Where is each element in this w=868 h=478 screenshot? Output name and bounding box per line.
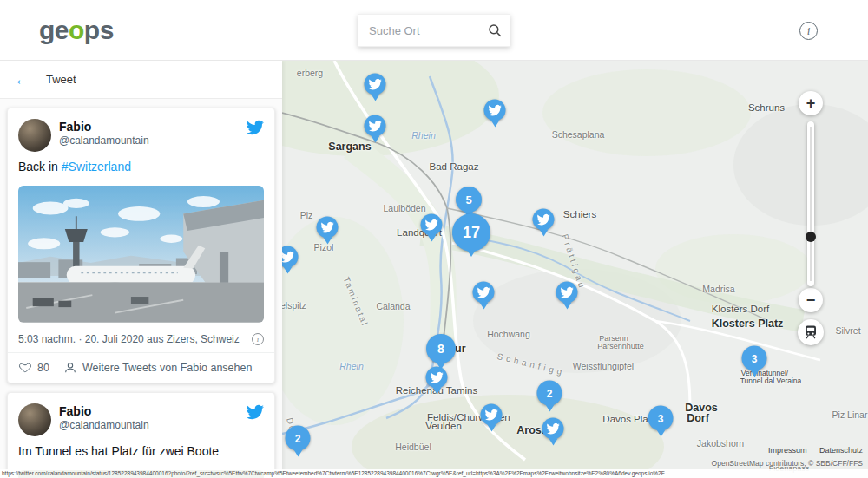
copyright-text: OpenStreetMap contributors, © SBB/CFF/FF… [712, 459, 863, 468]
datenschutz-link[interactable]: Datenschutz [819, 446, 863, 455]
app-header: geops i [0, 0, 868, 61]
tweet-cluster-marker[interactable]: 2 [537, 381, 562, 406]
tweet-card[interactable]: Fabio @calandamountain Im Tunnel es hat … [7, 392, 275, 478]
tweet-author-handle: @calandamountain [59, 134, 239, 147]
tweet-timestamp: 5:03 nachm. · 20. Juli 2020 aus Zizers, … [18, 333, 240, 345]
logo-part: ge [39, 16, 69, 44]
tweet-marker[interactable] [473, 282, 495, 304]
zoom-slider-handle[interactable] [806, 232, 816, 242]
tweet-author-name: Fabio [59, 404, 239, 418]
avatar[interactable] [18, 119, 51, 152]
logo-part: o [69, 16, 84, 44]
tweet-cluster-marker[interactable]: 2 [286, 426, 311, 451]
airport-photo-illustration [18, 186, 264, 323]
heart-icon [18, 361, 32, 375]
tweet-author-handle: @calandamountain [59, 419, 239, 431]
twitter-bird-icon [477, 285, 490, 299]
search-box[interactable] [358, 14, 510, 47]
tweet-text: Back in #Switzerland [8, 157, 274, 184]
twitter-bird-icon [424, 218, 438, 232]
tweet-marker[interactable] [421, 214, 443, 236]
like-count: 80 [37, 362, 49, 374]
tweet-text: Im Tunnel es hat Platz für zwei Boote [8, 442, 274, 468]
twitter-bird-icon [536, 213, 550, 226]
map[interactable]: erbergSchrunsSchesaplanaSargansRheinBad … [282, 61, 868, 478]
tweet-author[interactable]: Fabio @calandamountain [59, 403, 239, 431]
person-icon [63, 361, 77, 375]
tweet-card[interactable]: Fabio @calandamountain Back in #Switzerl… [7, 108, 275, 383]
hashtag-link[interactable]: #Switzerland [62, 160, 131, 174]
twitter-bird-icon [484, 408, 498, 422]
map-markers: 51782332 [282, 61, 868, 478]
twitter-bird-icon [368, 77, 382, 91]
tweet-header: Fabio @calandamountain [8, 108, 274, 157]
tweet-header: Fabio @calandamountain [8, 393, 274, 442]
tweet-marker[interactable] [484, 100, 506, 121]
info-button[interactable]: i [799, 22, 818, 40]
twitter-bird-icon [560, 285, 574, 299]
tweet-author-name: Fabio [59, 120, 239, 134]
tweet-marker[interactable] [282, 246, 299, 268]
more-tweets-link[interactable]: Weitere Tweets von Fabio ansehen [63, 361, 253, 375]
tweet-actions: 80 Weitere Tweets von Fabio ansehen [8, 352, 274, 383]
tweet-cluster-marker[interactable]: 3 [648, 406, 674, 431]
zoom-out-button[interactable]: − [799, 288, 823, 312]
tweet-timestamp-row: 5:03 nachm. · 20. Juli 2020 aus Zizers, … [8, 328, 274, 352]
tweet-marker[interactable] [365, 115, 386, 137]
twitter-bird-icon [488, 103, 502, 117]
tweet-marker[interactable] [365, 74, 386, 95]
zoom-in-button[interactable]: + [799, 91, 823, 115]
back-arrow-icon[interactable]: ← [14, 71, 30, 88]
panel-title: Tweet [46, 73, 76, 86]
tweet-photo[interactable] [18, 186, 264, 323]
link-preview-statusbar: https://twitter.com/calandamountain/stat… [0, 469, 868, 478]
tweet-info-icon[interactable]: i [252, 333, 264, 345]
search-input[interactable] [369, 24, 487, 37]
tweet-cluster-marker[interactable]: 8 [426, 334, 456, 363]
tweet-cluster-marker[interactable]: 5 [456, 187, 482, 213]
logo-part: ps [84, 16, 114, 44]
tweet-marker[interactable] [556, 282, 578, 304]
legal-links: Impressum Datenschutz [712, 441, 863, 456]
tweet-sidebar: ← Tweet Fabio @calandamountain Back in #… [0, 61, 282, 478]
train-icon [803, 324, 819, 340]
tweet-marker[interactable] [481, 404, 503, 426]
panel-header: ← Tweet [0, 61, 282, 99]
like-button[interactable]: 80 [18, 361, 49, 375]
tweet-text-span: Back in [18, 160, 62, 174]
tweet-author[interactable]: Fabio @calandamountain [59, 119, 239, 147]
tweet-marker[interactable] [533, 209, 555, 231]
impressum-link[interactable]: Impressum [768, 446, 807, 455]
geops-logo[interactable]: geops [39, 16, 114, 45]
tweet-cluster-marker[interactable]: 3 [742, 346, 767, 371]
map-attribution: Impressum Datenschutz OpenStreetMap cont… [712, 441, 863, 468]
tweet-marker[interactable] [542, 418, 564, 440]
zoom-controls: + − [798, 91, 824, 345]
zoom-slider[interactable] [807, 121, 814, 286]
tweet-cluster-marker[interactable]: 17 [452, 213, 490, 252]
twitter-bird-icon [368, 119, 382, 133]
twitter-bird-icon [320, 220, 334, 234]
twitter-bird-icon [546, 422, 560, 435]
search-icon[interactable] [487, 23, 503, 38]
train-layer-button[interactable] [798, 319, 824, 345]
twitter-bird-icon[interactable] [247, 403, 264, 421]
more-tweets-label: Weitere Tweets von Fabio ansehen [82, 362, 253, 374]
tweet-marker[interactable] [317, 217, 339, 239]
avatar[interactable] [18, 403, 51, 436]
twitter-bird-icon [282, 250, 294, 264]
twitter-bird-icon[interactable] [247, 119, 264, 136]
